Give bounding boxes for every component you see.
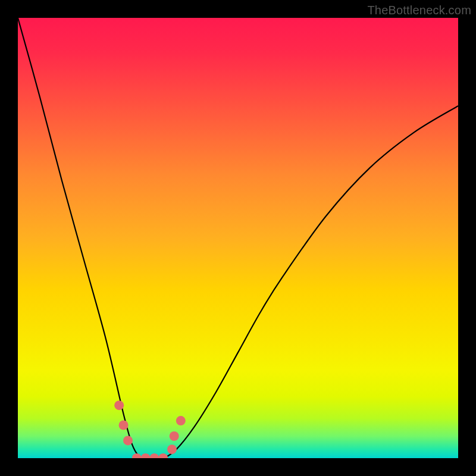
chart-frame: TheBottleneck.com	[0, 0, 476, 476]
marker-dot	[123, 436, 133, 445]
marker-dot	[132, 453, 142, 458]
curve-layer	[18, 18, 458, 458]
bottleneck-curve	[18, 18, 458, 458]
highlight-markers	[114, 400, 186, 458]
marker-dot	[149, 453, 159, 458]
watermark-text: TheBottleneck.com	[367, 4, 471, 17]
marker-dot	[114, 400, 124, 410]
marker-dot	[119, 421, 129, 430]
marker-dot	[170, 431, 179, 441]
plot-area	[18, 18, 458, 458]
marker-dot	[176, 416, 186, 425]
marker-dot	[141, 453, 151, 458]
marker-dot	[167, 444, 177, 454]
marker-dot	[158, 453, 168, 458]
